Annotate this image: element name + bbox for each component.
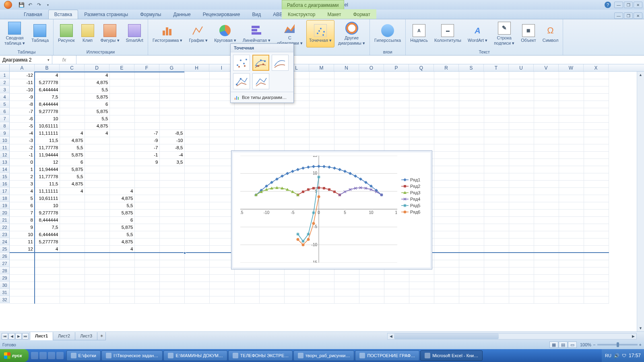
cell-I8[interactable] xyxy=(209,122,234,130)
cell-D15[interactable] xyxy=(85,173,109,180)
cell-F11[interactable]: -7 xyxy=(134,144,159,151)
cell-Q31[interactable] xyxy=(409,289,434,296)
cell-T32[interactable] xyxy=(484,296,509,303)
cell-H17[interactable] xyxy=(184,187,209,195)
cell-E12[interactable] xyxy=(109,151,134,158)
cell-C26[interactable] xyxy=(60,253,85,260)
cell-Q8[interactable] xyxy=(409,122,434,130)
cell-U24[interactable] xyxy=(509,238,534,245)
cell-I16[interactable] xyxy=(209,180,234,187)
cell-A6[interactable]: -7 xyxy=(10,108,35,115)
row-header-1[interactable]: 1 xyxy=(0,72,10,79)
cell-D22[interactable] xyxy=(85,224,109,231)
cell-B13[interactable]: 12 xyxy=(35,158,60,166)
cell-B16[interactable]: 11,5 xyxy=(35,180,60,187)
cell-F8[interactable] xyxy=(134,122,159,130)
cell-T2[interactable] xyxy=(484,79,509,86)
ql-icon-3[interactable] xyxy=(48,352,55,359)
cell-G19[interactable] xyxy=(159,202,184,209)
cell-R30[interactable] xyxy=(434,282,459,289)
cell-R26[interactable] xyxy=(434,253,459,260)
cell-A2[interactable]: -11 xyxy=(10,79,35,86)
cell-U30[interactable] xyxy=(509,282,534,289)
cell-H31[interactable] xyxy=(184,289,209,296)
cell-X27[interactable] xyxy=(584,260,609,267)
cell-U8[interactable] xyxy=(509,122,534,130)
row-header-20[interactable]: 20 xyxy=(0,209,10,216)
cell-G7[interactable] xyxy=(159,115,184,122)
cell-E13[interactable] xyxy=(109,158,134,166)
cell-E23[interactable]: 5,5 xyxy=(109,231,134,238)
cell-E27[interactable] xyxy=(109,260,134,267)
clip-button[interactable]: Клип xyxy=(78,20,97,47)
cell-O6[interactable] xyxy=(359,108,384,115)
cell-V13[interactable] xyxy=(534,158,559,166)
cell-V31[interactable] xyxy=(534,289,559,296)
cell-C6[interactable] xyxy=(60,108,85,115)
cell-A8[interactable]: -5 xyxy=(10,122,35,130)
wordart-button[interactable]: AWordArt ▾ xyxy=(465,20,490,47)
cell-C13[interactable]: 6 xyxy=(60,158,85,166)
cell-B17[interactable]: 11,11111 xyxy=(35,187,60,195)
cell-F18[interactable] xyxy=(134,195,159,202)
cell-T25[interactable] xyxy=(484,245,509,253)
col-header-X[interactable]: X xyxy=(584,64,609,71)
row-header-31[interactable]: 31 xyxy=(0,289,10,296)
vertical-scrollbar[interactable]: ▲ ▼ xyxy=(637,72,644,331)
cell-M31[interactable] xyxy=(309,289,334,296)
cell-O5[interactable] xyxy=(359,101,384,108)
col-header-Q[interactable]: Q xyxy=(409,64,434,71)
cell-R10[interactable] xyxy=(434,137,459,144)
cell-N10[interactable] xyxy=(334,137,359,144)
cell-U17[interactable] xyxy=(509,187,534,195)
cell-A31[interactable] xyxy=(10,289,35,296)
redo-icon[interactable]: ↷ xyxy=(35,1,43,8)
cell-V15[interactable] xyxy=(534,173,559,180)
cell-P9[interactable] xyxy=(384,130,409,137)
cell-I17[interactable] xyxy=(209,187,234,195)
table-button[interactable]: Таблица xyxy=(29,20,52,47)
cell-X25[interactable] xyxy=(584,245,609,253)
cell-F22[interactable] xyxy=(134,224,159,231)
cell-V5[interactable] xyxy=(534,101,559,108)
cell-O29[interactable] xyxy=(359,274,384,282)
cell-R27[interactable] xyxy=(434,260,459,267)
cell-A28[interactable] xyxy=(10,267,35,274)
cell-C19[interactable] xyxy=(60,202,85,209)
cell-G31[interactable] xyxy=(159,289,184,296)
col-header-H[interactable]: H xyxy=(184,64,209,71)
cell-U5[interactable] xyxy=(509,101,534,108)
cell-E19[interactable]: 5,5 xyxy=(109,202,134,209)
line-chart-button[interactable]: График ▾ xyxy=(186,20,211,47)
scroll-up-icon[interactable]: ▲ xyxy=(637,72,644,78)
cell-N32[interactable] xyxy=(334,296,359,303)
cell-E2[interactable] xyxy=(109,79,134,86)
cell-U28[interactable] xyxy=(509,267,534,274)
close-button[interactable]: ✕ xyxy=(634,2,642,8)
cell-V16[interactable] xyxy=(534,180,559,187)
cell-U7[interactable] xyxy=(509,115,534,122)
cell-R3[interactable] xyxy=(434,86,459,93)
cell-V17[interactable] xyxy=(534,187,559,195)
col-header-E[interactable]: E xyxy=(109,64,134,71)
cell-U21[interactable] xyxy=(509,216,534,224)
cell-X31[interactable] xyxy=(584,289,609,296)
cell-K7[interactable] xyxy=(259,115,284,122)
cell-S8[interactable] xyxy=(459,122,484,130)
cell-X9[interactable] xyxy=(584,130,609,137)
cell-C11[interactable]: 5,5 xyxy=(60,144,85,151)
cell-H4[interactable] xyxy=(184,93,209,101)
cell-X10[interactable] xyxy=(584,137,609,144)
cell-A17[interactable]: 4 xyxy=(10,187,35,195)
cell-E20[interactable]: 5,875 xyxy=(109,209,134,216)
cell-L29[interactable] xyxy=(284,274,309,282)
cell-T30[interactable] xyxy=(484,282,509,289)
scatter-smooth-lines-option[interactable] xyxy=(272,55,289,71)
cell-F5[interactable] xyxy=(134,101,159,108)
col-header-P[interactable]: P xyxy=(384,64,409,71)
cell-D18[interactable] xyxy=(85,195,109,202)
cell-R29[interactable] xyxy=(434,274,459,282)
row-header-3[interactable]: 3 xyxy=(0,86,10,93)
ql-icon-1[interactable] xyxy=(31,352,38,359)
cell-A23[interactable]: 10 xyxy=(10,231,35,238)
